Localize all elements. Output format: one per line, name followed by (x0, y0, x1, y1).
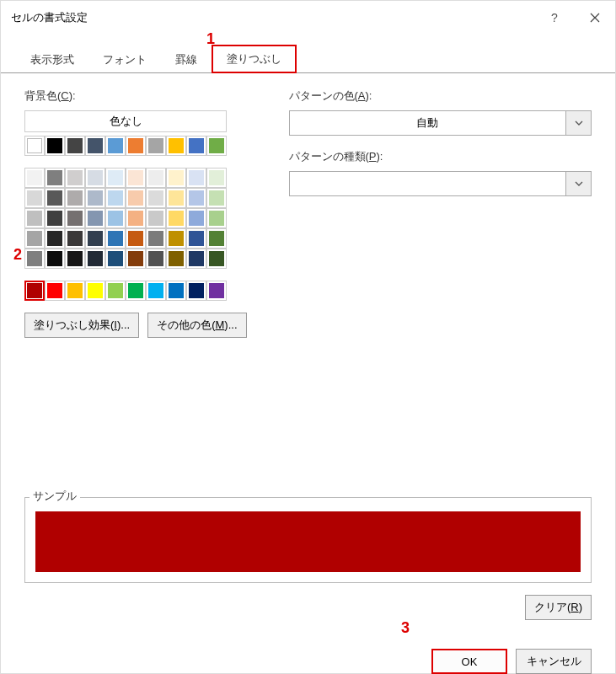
color-swatch[interactable] (24, 136, 45, 156)
no-color-button[interactable]: 色なし (24, 110, 227, 132)
color-swatch[interactable] (146, 281, 166, 301)
content-area: 背景色(C): 色なし 2 塗りつぶし効果(I)... その他の色(M)... … (1, 73, 615, 346)
pattern-color-dropdown[interactable]: 自動 (289, 110, 592, 136)
color-swatch[interactable] (45, 188, 65, 208)
titlebar: セルの書式設定 ? (1, 1, 615, 35)
color-swatch[interactable] (146, 136, 166, 156)
color-swatch[interactable] (85, 281, 105, 301)
color-swatch[interactable] (126, 281, 146, 301)
color-swatch[interactable] (24, 281, 45, 301)
close-icon (590, 13, 600, 23)
pattern-color-label: パターンの色(A): (289, 88, 592, 104)
color-swatch[interactable] (206, 168, 227, 188)
color-swatch[interactable] (45, 208, 65, 228)
tab-font[interactable]: フォント (88, 46, 161, 72)
color-swatch[interactable] (65, 249, 85, 269)
color-swatch[interactable] (105, 188, 126, 208)
color-swatch[interactable] (126, 168, 146, 188)
color-swatch[interactable] (85, 168, 105, 188)
footer: OK キャンセル (1, 620, 615, 674)
titlebar-buttons: ? (544, 8, 605, 28)
color-swatch[interactable] (206, 208, 227, 228)
tab-border[interactable]: 罫線 (161, 46, 212, 72)
format-cells-dialog: セルの書式設定 ? 1 表示形式 フォント 罫線 塗りつぶし 背景色(C): 色… (0, 0, 616, 674)
palette-theme-shades (24, 168, 247, 269)
color-swatch[interactable] (206, 136, 227, 156)
color-swatch[interactable] (146, 249, 166, 269)
tab-fill[interactable]: 塗りつぶし (212, 45, 297, 73)
color-swatch[interactable] (166, 208, 186, 228)
color-swatch[interactable] (146, 208, 166, 228)
close-button[interactable] (585, 8, 605, 28)
color-swatch[interactable] (24, 208, 45, 228)
tab-number-format[interactable]: 表示形式 (16, 46, 88, 72)
color-swatch[interactable] (45, 136, 65, 156)
color-swatch[interactable] (105, 168, 126, 188)
color-swatch[interactable] (186, 168, 206, 188)
color-swatch[interactable] (65, 228, 85, 249)
color-swatch[interactable] (206, 281, 227, 301)
color-swatch[interactable] (65, 281, 85, 301)
color-swatch[interactable] (146, 168, 166, 188)
color-swatch[interactable] (186, 136, 206, 156)
column-left: 背景色(C): 色なし 2 塗りつぶし効果(I)... その他の色(M)... (24, 88, 247, 338)
color-swatch[interactable] (126, 188, 146, 208)
color-swatch[interactable] (45, 228, 65, 249)
color-swatch[interactable] (65, 168, 85, 188)
color-swatch[interactable] (105, 208, 126, 228)
color-swatch[interactable] (85, 136, 105, 156)
color-swatch[interactable] (45, 168, 65, 188)
color-swatch[interactable] (126, 136, 146, 156)
color-swatch[interactable] (24, 188, 45, 208)
color-swatch[interactable] (65, 136, 85, 156)
color-swatch[interactable] (85, 188, 105, 208)
sample-section: サンプル (24, 481, 592, 583)
annotation-2: 2 (13, 246, 22, 264)
color-swatch[interactable] (186, 281, 206, 301)
color-swatch[interactable] (105, 228, 126, 249)
help-button[interactable]: ? (544, 8, 565, 28)
color-swatch[interactable] (65, 188, 85, 208)
color-swatch[interactable] (126, 249, 146, 269)
sample-box (24, 497, 592, 583)
color-swatch[interactable] (45, 281, 65, 301)
color-swatch[interactable] (146, 228, 166, 249)
color-swatch[interactable] (45, 249, 65, 269)
color-swatch[interactable] (146, 188, 166, 208)
color-swatch[interactable] (24, 228, 45, 249)
color-swatch[interactable] (166, 136, 186, 156)
color-swatch[interactable] (206, 249, 227, 269)
color-swatch[interactable] (186, 188, 206, 208)
clear-row: クリア(R) (1, 583, 615, 620)
color-swatch[interactable] (206, 188, 227, 208)
color-swatch[interactable] (166, 168, 186, 188)
color-swatch[interactable] (24, 168, 45, 188)
clear-button[interactable]: クリア(R) (525, 595, 592, 620)
color-swatch[interactable] (126, 208, 146, 228)
color-swatch[interactable] (166, 249, 186, 269)
color-swatch[interactable] (186, 249, 206, 269)
sample-preview (35, 511, 581, 572)
color-swatch[interactable] (186, 208, 206, 228)
pattern-type-value (289, 171, 567, 196)
fill-effects-button[interactable]: 塗りつぶし効果(I)... (24, 313, 139, 338)
color-swatch[interactable] (85, 228, 105, 249)
color-swatch[interactable] (166, 188, 186, 208)
color-swatch[interactable] (105, 281, 126, 301)
color-swatch[interactable] (65, 208, 85, 228)
color-swatch[interactable] (166, 281, 186, 301)
color-swatch[interactable] (206, 228, 227, 249)
color-swatch[interactable] (24, 249, 45, 269)
pattern-type-dropdown[interactable] (289, 171, 592, 196)
palette-theme-row (24, 136, 247, 156)
color-swatch[interactable] (186, 228, 206, 249)
color-swatch[interactable] (105, 249, 126, 269)
cancel-button[interactable]: キャンセル (516, 649, 592, 674)
color-swatch[interactable] (85, 208, 105, 228)
more-colors-button[interactable]: その他の色(M)... (147, 313, 246, 338)
color-swatch[interactable] (166, 228, 186, 249)
color-swatch[interactable] (126, 228, 146, 249)
color-swatch[interactable] (85, 249, 105, 269)
color-swatch[interactable] (105, 136, 126, 156)
ok-button[interactable]: OK (431, 649, 507, 674)
